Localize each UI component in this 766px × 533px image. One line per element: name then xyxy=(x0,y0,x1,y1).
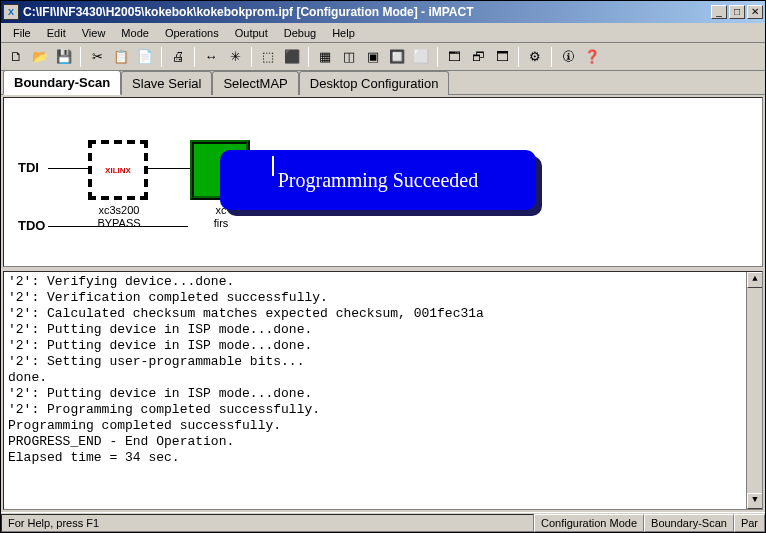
device-chip-1[interactable]: XILINX xyxy=(88,140,148,200)
log-line: '2': Putting device in ISP mode...done. xyxy=(8,338,758,354)
window-title: C:\IFI\INF3430\H2005\kokebok\kokebokprom… xyxy=(23,5,709,19)
tool-icon[interactable]: 🗗 xyxy=(467,46,489,68)
separator xyxy=(551,47,552,67)
log-line: '2': Calculated checksum matches expecte… xyxy=(8,306,758,322)
tooltip-text: Programming Succeeded xyxy=(278,169,479,192)
toolbar: 🗋 📂 💾 ✂ 📋 📄 🖨 ↔ ✳ ⬚ ⬛ ▦ ◫ ▣ 🔲 ⬜ 🗔 🗗 🗖 ⚙ … xyxy=(1,43,765,71)
status-extra: Par xyxy=(734,514,765,532)
log-line: '2': Setting user-programmable bits... xyxy=(8,354,758,370)
statusbar: For Help, press F1 Configuration Mode Bo… xyxy=(1,512,765,532)
titlebar: X C:\IFI\INF3430\H2005\kokebok\kokebokpr… xyxy=(1,1,765,23)
log-line: Elapsed time = 34 sec. xyxy=(8,450,758,466)
status-mode: Configuration Mode xyxy=(534,514,644,532)
open-icon[interactable]: 📂 xyxy=(29,46,51,68)
menu-view[interactable]: View xyxy=(74,25,114,41)
print-icon[interactable]: 🖨 xyxy=(167,46,189,68)
log-line: Programming completed successfully. xyxy=(8,418,758,434)
menu-mode[interactable]: Mode xyxy=(113,25,157,41)
separator xyxy=(161,47,162,67)
tabbar: Boundary-Scan Slave Serial SelectMAP Des… xyxy=(1,71,765,95)
menu-operations[interactable]: Operations xyxy=(157,25,227,41)
log-line: '2': Programming completed successfully. xyxy=(8,402,758,418)
wire xyxy=(48,168,88,169)
log-line: '2': Putting device in ISP mode...done. xyxy=(8,386,758,402)
xilinx-logo: XILINX xyxy=(105,166,131,175)
tool-icon[interactable]: ✳ xyxy=(224,46,246,68)
tool-icon[interactable]: 🛈 xyxy=(557,46,579,68)
device-label-1: xc3s200 BYPASS xyxy=(84,204,154,230)
separator xyxy=(251,47,252,67)
wire xyxy=(148,168,190,169)
menu-debug[interactable]: Debug xyxy=(276,25,324,41)
tab-slave-serial[interactable]: Slave Serial xyxy=(121,71,212,95)
tdi-label: TDI xyxy=(18,160,39,175)
menu-help[interactable]: Help xyxy=(324,25,363,41)
scrollbar[interactable]: ▲ ▼ xyxy=(746,272,762,509)
maximize-button[interactable]: □ xyxy=(729,5,745,19)
tool-icon[interactable]: ▦ xyxy=(314,46,336,68)
cut-icon[interactable]: ✂ xyxy=(86,46,108,68)
tool-icon[interactable]: ▣ xyxy=(362,46,384,68)
log-output[interactable]: '2': Verifying device...done. '2': Verif… xyxy=(3,271,763,510)
scan-canvas[interactable]: TDI TDO XILINX xc3s200 BYPASS xc firs Pr… xyxy=(3,97,763,267)
tool-icon[interactable]: 🔲 xyxy=(386,46,408,68)
tool-icon[interactable]: 🗔 xyxy=(443,46,465,68)
save-icon[interactable]: 💾 xyxy=(53,46,75,68)
tool-icon[interactable]: ⚙ xyxy=(524,46,546,68)
separator xyxy=(308,47,309,67)
separator xyxy=(518,47,519,67)
separator xyxy=(437,47,438,67)
new-icon[interactable]: 🗋 xyxy=(5,46,27,68)
log-line: '2': Verifying device...done. xyxy=(8,274,758,290)
log-line: done. xyxy=(8,370,758,386)
menubar: File Edit View Mode Operations Output De… xyxy=(1,23,765,43)
tdo-label: TDO xyxy=(18,218,45,233)
status-tooltip: Programming Succeeded xyxy=(220,150,536,210)
device-name-1: xc3s200 xyxy=(99,204,140,216)
tool-icon[interactable]: 🗖 xyxy=(491,46,513,68)
scroll-down-icon[interactable]: ▼ xyxy=(747,493,763,509)
separator xyxy=(80,47,81,67)
paste-icon[interactable]: 📄 xyxy=(134,46,156,68)
tab-desktop-configuration[interactable]: Desktop Configuration xyxy=(299,71,450,95)
minimize-button[interactable]: _ xyxy=(711,5,727,19)
tab-selectmap[interactable]: SelectMAP xyxy=(212,71,298,95)
log-line: PROGRESS_END - End Operation. xyxy=(8,434,758,450)
menu-file[interactable]: File xyxy=(5,25,39,41)
tool-icon[interactable]: ↔ xyxy=(200,46,222,68)
device-mode-1: BYPASS xyxy=(97,217,140,229)
tool-icon[interactable]: ◫ xyxy=(338,46,360,68)
tool-icon[interactable]: ⬛ xyxy=(281,46,303,68)
device-mode-2: firs xyxy=(214,217,229,229)
status-scan: Boundary-Scan xyxy=(644,514,734,532)
help-icon[interactable]: ❓ xyxy=(581,46,603,68)
app-icon: X xyxy=(3,4,19,20)
log-line: '2': Verification completed successfully… xyxy=(8,290,758,306)
tab-boundary-scan[interactable]: Boundary-Scan xyxy=(3,70,121,95)
menu-output[interactable]: Output xyxy=(227,25,276,41)
caret-indicator xyxy=(272,156,274,176)
close-button[interactable]: ✕ xyxy=(747,5,763,19)
copy-icon[interactable]: 📋 xyxy=(110,46,132,68)
scroll-up-icon[interactable]: ▲ xyxy=(747,272,763,288)
log-line: '2': Putting device in ISP mode...done. xyxy=(8,322,758,338)
separator xyxy=(194,47,195,67)
menu-edit[interactable]: Edit xyxy=(39,25,74,41)
tool-icon[interactable]: ⬜ xyxy=(410,46,432,68)
status-help: For Help, press F1 xyxy=(1,514,534,532)
tool-icon[interactable]: ⬚ xyxy=(257,46,279,68)
